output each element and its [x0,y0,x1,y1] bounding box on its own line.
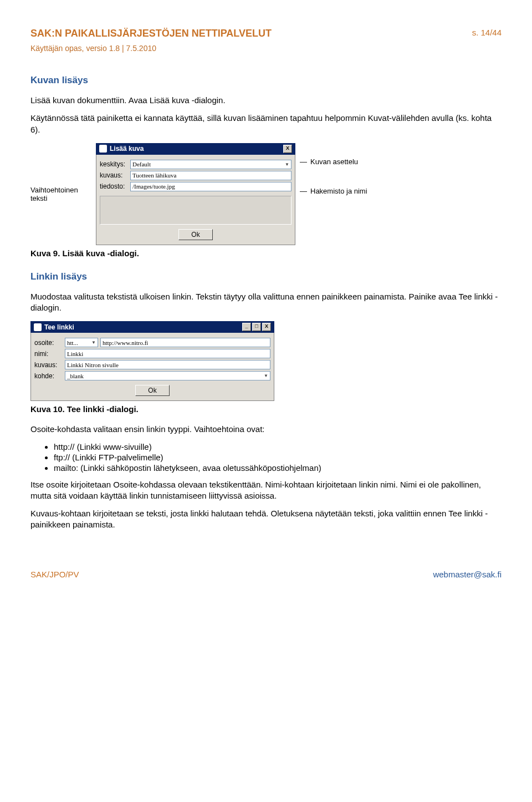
osoite-label: osoite: [34,339,65,347]
para: Muodostaa valitusta tekstistä ulkoisen l… [30,291,502,314]
close-icon[interactable]: X [262,323,271,331]
nimi-input[interactable] [65,349,270,358]
ok-button[interactable]: Ok [178,229,213,240]
java-icon [99,145,107,153]
close-icon[interactable]: X [283,145,292,153]
figure-10: Tee linkki _ □ X osoite: htt... ▼ nimi: [30,321,274,401]
annotation-kuvan-asettelu: Kuvan asettelu [300,158,383,166]
preview-area [100,196,291,225]
java-icon [34,323,42,331]
tiedosto-input[interactable] [130,182,291,191]
minimize-icon[interactable]: _ [242,323,251,331]
tee-linkki-dialog: Tee linkki _ □ X osoite: htt... ▼ nimi: [30,321,274,401]
kuvaus-input[interactable] [130,171,291,180]
kuvaus-label: kuvaus: [34,361,65,369]
ok-button[interactable]: Ok [135,385,170,396]
figure-9-caption: Kuva 9. Lisää kuva -dialogi. [30,248,502,258]
section-linkin-lisays: Linkin lisäys [30,271,502,282]
keskitys-label: keskitys: [100,160,130,168]
link-types-list: http:// (Linkki www-sivuille) ftp:// (Li… [30,442,502,473]
list-item: ftp:// (Linkki FTP-palvelimelle) [54,453,502,462]
doc-subtitle: Käyttäjän opas, versio 1.8 | 7.5.2010 [30,44,502,53]
chevron-down-icon: ▼ [285,162,289,167]
osoite-scheme-value: htt... [67,339,78,346]
para: Lisää kuvan dokumenttiin. Avaa Lisää kuv… [30,95,502,106]
figure-10-caption: Kuva 10. Tee linkki -dialogi. [30,404,502,414]
para: Kuvaus-kohtaan kirjoitetaan se teksti, j… [30,508,502,531]
kohde-label: kohde: [34,372,65,380]
list-item: http:// (Linkki www-sivuille) [54,442,502,451]
annotation-left: Vaihtoehtoinen teksti [30,186,91,202]
section-kuvan-lisays: Kuvan lisäys [30,75,502,86]
footer-left: SAK/JPO/PV [30,570,79,579]
footer-right: webmaster@sak.fi [433,570,502,579]
kohde-combo[interactable]: _blank ▼ [65,371,270,380]
para: Itse osoite kirjoitetaan Osoite-kohdassa… [30,479,502,502]
maximize-icon[interactable]: □ [252,323,261,331]
tiedosto-label: tiedosto: [100,182,130,190]
list-item: mailto: (Linkki sähköpostin lähetykseen,… [54,463,502,473]
nimi-label: nimi: [34,350,65,358]
keskitys-value: Default [132,161,151,167]
annotation-hakemisto: Hakemisto ja nimi [300,187,383,195]
kuvaus-input[interactable] [65,360,270,369]
osoite-scheme-combo[interactable]: htt... ▼ [65,338,98,347]
chevron-down-icon: ▼ [264,373,268,378]
dialog-title: Lisää kuva [110,145,144,153]
keskitys-combo[interactable]: Default ▼ [130,160,291,169]
lisaa-kuva-dialog: Lisää kuva X keskitys: Default ▼ kuvaus: [96,143,295,245]
osoite-input[interactable] [100,338,270,347]
kohde-value: _blank [67,373,84,379]
para: Osoite-kohdasta valitaan ensin linkin ty… [30,424,502,435]
kuvaus-label: kuvaus: [100,171,130,179]
dialog-title: Tee linkki [44,323,74,331]
doc-title: SAK:N PAIKALLISJÄRJESTÖJEN NETTIPALVELUT [30,28,502,39]
figure-9: Vaihtoehtoinen teksti Lisää kuva X keski… [30,143,502,245]
para: Käytännössä tätä painiketta ei kannata k… [30,113,502,135]
page-number: s. 14/44 [472,28,502,37]
chevron-down-icon: ▼ [91,340,96,345]
